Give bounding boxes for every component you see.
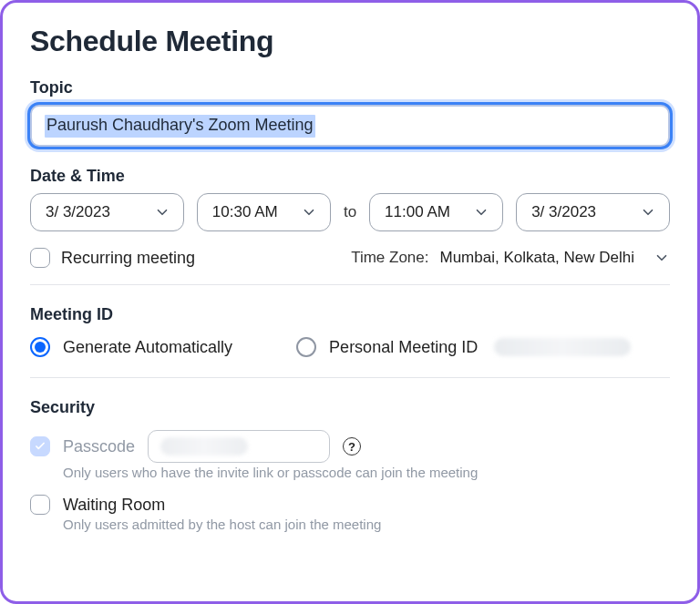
timezone-select[interactable]: Time Zone: Mumbai, Kolkata, New Delhi <box>351 249 670 267</box>
chevron-down-icon <box>654 250 670 266</box>
recurring-checkbox[interactable]: Recurring meeting <box>30 248 195 268</box>
page-title: Schedule Meeting <box>30 25 670 58</box>
start-time-value: 10:30 AM <box>212 203 278 221</box>
passcode-checkbox[interactable] <box>30 436 50 456</box>
chevron-down-icon <box>154 204 170 220</box>
topic-field-wrap: Paurush Chaudhary's Zoom Meeting <box>30 105 670 147</box>
divider <box>30 284 670 285</box>
chevron-down-icon <box>473 204 489 220</box>
timezone-value: Mumbai, Kolkata, New Delhi <box>439 249 634 267</box>
checkbox-box-icon <box>30 248 50 268</box>
radio-generate-automatically[interactable]: Generate Automatically <box>30 337 232 357</box>
redacted-personal-id <box>494 338 631 356</box>
radio-personal-meeting-id[interactable]: Personal Meeting ID <box>296 337 631 357</box>
meeting-id-label: Meeting ID <box>30 305 670 324</box>
start-date-picker[interactable]: 3/ 3/2023 <box>30 193 184 231</box>
waiting-room-label: Waiting Room <box>63 496 165 515</box>
waiting-room-row: Waiting Room <box>30 495 670 515</box>
passcode-hint: Only users who have the invite link or p… <box>63 465 670 480</box>
divider <box>30 377 670 378</box>
waiting-room-hint: Only users admitted by the host can join… <box>63 517 670 532</box>
radio-off-icon <box>296 337 316 357</box>
end-time-picker[interactable]: 11:00 AM <box>369 193 503 231</box>
chevron-down-icon <box>640 204 656 220</box>
security-label: Security <box>30 398 670 417</box>
radio-on-icon <box>30 337 50 357</box>
datetime-row: 3/ 3/2023 10:30 AM to 11:00 AM 3/ 3/2023 <box>30 193 670 231</box>
end-date-value: 3/ 3/2023 <box>531 203 596 221</box>
timezone-label: Time Zone: <box>351 249 428 267</box>
chevron-down-icon <box>301 204 317 220</box>
meeting-id-row: Generate Automatically Personal Meeting … <box>30 337 670 357</box>
datetime-label: Date & Time <box>30 167 670 186</box>
schedule-meeting-dialog: Schedule Meeting Topic Paurush Chaudhary… <box>0 0 700 604</box>
start-time-picker[interactable]: 10:30 AM <box>197 193 331 231</box>
passcode-label: Passcode <box>63 437 135 456</box>
end-date-picker[interactable]: 3/ 3/2023 <box>516 193 670 231</box>
to-label: to <box>344 203 356 221</box>
recurring-label: Recurring meeting <box>61 249 195 268</box>
radio-auto-label: Generate Automatically <box>63 338 232 357</box>
topic-input[interactable] <box>30 105 670 147</box>
recurring-timezone-row: Recurring meeting Time Zone: Mumbai, Kol… <box>30 248 670 268</box>
redacted-passcode <box>160 437 248 456</box>
start-date-value: 3/ 3/2023 <box>46 203 110 221</box>
passcode-input-wrap <box>148 430 330 463</box>
waiting-room-checkbox[interactable]: Waiting Room <box>30 495 165 515</box>
topic-label: Topic <box>30 78 670 97</box>
checkbox-box-icon <box>30 495 50 515</box>
passcode-row: Passcode ? <box>30 430 670 463</box>
radio-personal-label: Personal Meeting ID <box>329 338 478 357</box>
end-time-value: 11:00 AM <box>385 203 450 221</box>
help-icon[interactable]: ? <box>343 437 361 456</box>
